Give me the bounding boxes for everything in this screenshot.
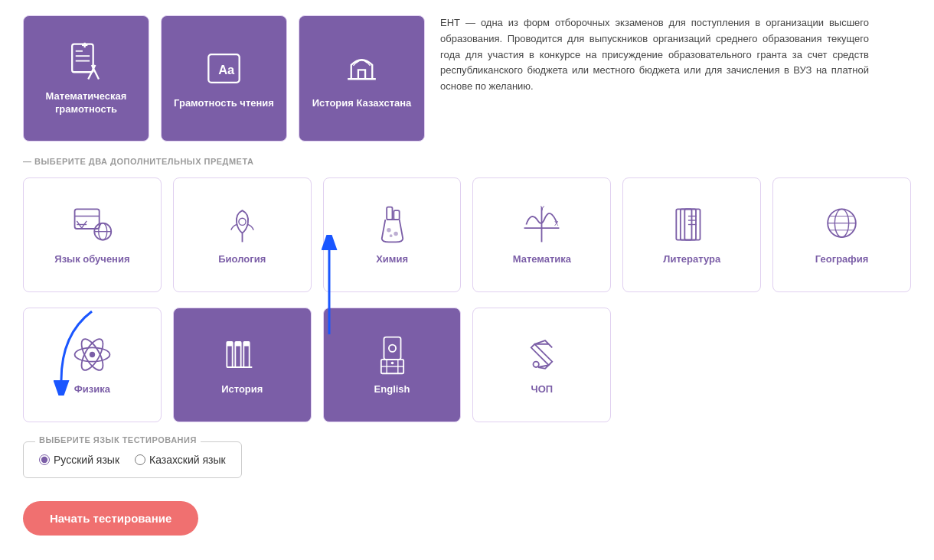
biology-icon bbox=[221, 203, 263, 246]
subject-card-biology[interactable]: Биология bbox=[173, 177, 312, 292]
subject-card-history-kz[interactable]: История Казахстана bbox=[299, 15, 425, 142]
svg-point-18 bbox=[394, 232, 398, 236]
english-label: English bbox=[374, 383, 410, 396]
reading-literacy-label: Грамотность чтения bbox=[174, 97, 274, 110]
physics-label: Физика bbox=[74, 383, 110, 396]
svg-point-17 bbox=[387, 228, 391, 233]
mandatory-subjects-section: Математическая грамотность Aa Грамотност… bbox=[23, 15, 425, 142]
geography-icon bbox=[821, 203, 863, 246]
mathematics-icon: X Y bbox=[521, 203, 563, 246]
subject-card-chop[interactable]: ЧОП bbox=[472, 308, 611, 422]
additional-subjects-label: — ВЫБЕРИТЕ ДВА ДОПОЛНИТЕЛЬНЫХ ПРЕДМЕТА bbox=[23, 157, 911, 166]
subject-card-history[interactable]: История bbox=[173, 308, 312, 422]
kazakh-language-option[interactable]: Казахский язык bbox=[135, 454, 226, 466]
english-icon bbox=[371, 334, 413, 376]
subject-card-math-literacy[interactable]: Математическая грамотность bbox=[23, 15, 149, 142]
subject-card-english[interactable]: English bbox=[323, 308, 462, 422]
history-label: История bbox=[221, 383, 263, 396]
russian-language-radio[interactable] bbox=[39, 454, 50, 465]
svg-text:X: X bbox=[554, 220, 559, 227]
ent-description: ЕНТ — одна из форм отборочных экзаменов … bbox=[440, 15, 869, 142]
svg-rect-44 bbox=[243, 342, 249, 347]
geography-label: География bbox=[815, 253, 868, 266]
svg-point-47 bbox=[388, 345, 395, 352]
subject-card-geography[interactable]: География bbox=[772, 177, 911, 292]
physics-icon bbox=[71, 334, 113, 376]
chemistry-icon bbox=[371, 203, 413, 246]
svg-rect-15 bbox=[387, 207, 392, 220]
chop-label: ЧОП bbox=[531, 383, 554, 396]
additional-subjects-row1: Язык обучения Биология Химия bbox=[23, 177, 911, 292]
subject-card-literature[interactable]: Литература bbox=[622, 177, 761, 292]
chemistry-label: Химия bbox=[376, 253, 408, 266]
subject-card-reading-literacy[interactable]: Aa Грамотность чтения bbox=[161, 15, 287, 142]
start-test-button[interactable]: Начать тестирование bbox=[23, 501, 198, 536]
svg-point-19 bbox=[389, 234, 392, 237]
svg-rect-0 bbox=[72, 44, 93, 73]
biology-label: Биология bbox=[218, 253, 266, 266]
svg-point-54 bbox=[534, 362, 539, 367]
svg-rect-42 bbox=[235, 342, 240, 347]
history-kz-label: История Казахстана bbox=[312, 97, 412, 110]
language-radio-group: Русский язык Казахский язык bbox=[39, 454, 226, 466]
language-icon bbox=[71, 203, 113, 246]
literature-label: Литература bbox=[663, 253, 720, 266]
svg-point-53 bbox=[390, 362, 394, 365]
language-label: Язык обучения bbox=[54, 253, 129, 266]
svg-text:Y: Y bbox=[540, 205, 545, 212]
math-literacy-icon bbox=[65, 41, 107, 83]
history-kz-icon bbox=[341, 47, 383, 90]
subject-card-chemistry[interactable]: Химия bbox=[323, 177, 462, 292]
russian-language-label: Русский язык bbox=[54, 454, 119, 466]
svg-rect-16 bbox=[394, 210, 399, 220]
chop-icon bbox=[521, 334, 563, 376]
math-literacy-label: Математическая грамотность bbox=[31, 90, 141, 116]
svg-rect-9 bbox=[74, 209, 99, 229]
description-text: ЕНТ — одна из форм отборочных экзаменов … bbox=[440, 17, 869, 92]
language-section: ВЫБЕРИТЕ ЯЗЫК ТЕСТИРОВАНИЯ Русский язык … bbox=[23, 441, 242, 478]
language-section-label: ВЫБЕРИТЕ ЯЗЫК ТЕСТИРОВАНИЯ bbox=[35, 435, 201, 444]
subject-card-language[interactable]: Язык обучения bbox=[23, 177, 162, 292]
history-icon bbox=[221, 334, 263, 376]
kazakh-language-radio[interactable] bbox=[135, 454, 145, 465]
subject-card-physics[interactable]: Физика bbox=[23, 308, 162, 422]
svg-text:Aa: Aa bbox=[218, 62, 235, 76]
svg-rect-40 bbox=[227, 342, 232, 347]
literature-icon bbox=[671, 203, 713, 246]
reading-literacy-icon: Aa bbox=[203, 47, 245, 90]
additional-subjects-row2: Физика История English bbox=[23, 308, 911, 422]
svg-point-38 bbox=[90, 352, 95, 357]
kazakh-language-label: Казахский язык bbox=[149, 454, 226, 466]
svg-rect-46 bbox=[384, 337, 400, 360]
mathematics-label: Математика bbox=[513, 253, 571, 266]
svg-point-14 bbox=[239, 218, 246, 225]
subject-card-mathematics[interactable]: X Y Математика bbox=[472, 177, 611, 292]
russian-language-option[interactable]: Русский язык bbox=[39, 454, 119, 466]
